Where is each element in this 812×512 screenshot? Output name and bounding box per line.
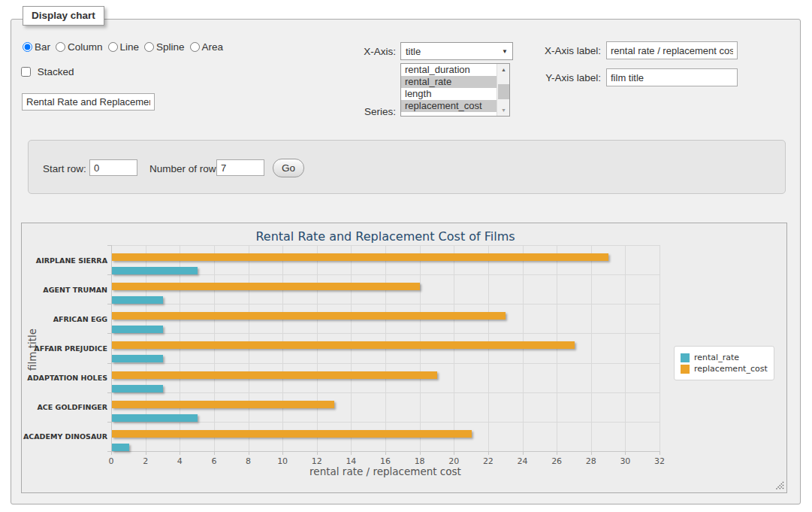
x-tick-label: 30 bbox=[614, 456, 636, 466]
chevron-down-icon: ▼ bbox=[502, 48, 508, 55]
x-tick-label: 26 bbox=[545, 456, 568, 466]
x-tick-label: 24 bbox=[512, 456, 534, 466]
x-tick-label: 32 bbox=[648, 456, 671, 466]
y-gridline bbox=[111, 274, 660, 275]
scrollbar-thumb[interactable] bbox=[498, 84, 509, 99]
y-gridline bbox=[111, 333, 660, 334]
x-tick-label: 6 bbox=[203, 456, 225, 466]
y-category-label: AFRICAN EGG bbox=[22, 315, 107, 323]
x-axis-select-label: X-Axis: bbox=[323, 46, 396, 57]
chart-legend: rental_ratereplacement_cost bbox=[674, 346, 774, 380]
x-axis-select[interactable]: title ▼ bbox=[400, 42, 513, 60]
chart-type-option-column: Column bbox=[56, 41, 103, 53]
y-category-label: ACADEMY DINOSAUR bbox=[22, 432, 107, 441]
x-tick-label: 22 bbox=[477, 456, 500, 466]
scroll-up-icon[interactable]: ▲ bbox=[497, 64, 510, 75]
page: Display chart BarColumnLineSplineArea St… bbox=[0, 0, 812, 512]
stacked-checkbox[interactable] bbox=[21, 67, 31, 77]
y-gridline bbox=[111, 422, 660, 423]
legend-swatch-icon bbox=[681, 353, 690, 362]
number-of-rows-label: Number of rows: bbox=[149, 163, 225, 174]
x-axis-label-input[interactable] bbox=[606, 41, 738, 59]
chart-type-label: Column bbox=[68, 41, 103, 53]
row-range-panel bbox=[28, 140, 786, 194]
series-option-rental_rate[interactable]: rental_rate bbox=[401, 76, 497, 88]
series-options: rental_durationrental_ratelengthreplacem… bbox=[401, 64, 497, 116]
y-gridline bbox=[111, 392, 660, 393]
x-axis-line bbox=[111, 451, 660, 452]
chart-type-option-bar: Bar bbox=[23, 41, 50, 53]
x-axis-selected-value: title bbox=[406, 46, 421, 57]
chart-type-radio-area[interactable] bbox=[190, 42, 200, 52]
bar-replacement_cost bbox=[112, 283, 420, 290]
series-option-replacement_cost[interactable]: replacement_cost bbox=[401, 100, 497, 112]
x-tick-label: 4 bbox=[168, 456, 191, 466]
chart-type-radio-spline[interactable] bbox=[144, 42, 154, 52]
y-gridline bbox=[111, 245, 660, 246]
chart-type-option-spline: Spline bbox=[144, 41, 185, 53]
bar-rental_rate bbox=[112, 385, 163, 392]
bar-rental_rate bbox=[112, 414, 198, 422]
bar-rental_rate bbox=[112, 444, 129, 451]
x-tick-label: 28 bbox=[580, 456, 602, 466]
y-category-label: ACE GOLDFINGER bbox=[22, 403, 107, 411]
x-axis-title: rental rate / replacement cost bbox=[111, 465, 660, 477]
bar-rental_rate bbox=[112, 267, 198, 274]
series-listbox[interactable]: rental_durationrental_ratelengthreplacem… bbox=[400, 63, 510, 117]
chart-type-radio-column[interactable] bbox=[56, 42, 65, 52]
bar-replacement_cost bbox=[112, 430, 472, 438]
fieldset-legend: Display chart bbox=[23, 6, 104, 26]
y-category-label: AFFAIR PREJUDICE bbox=[22, 344, 107, 353]
series-option-length[interactable]: length bbox=[401, 88, 497, 100]
chart-type-option-line: Line bbox=[108, 41, 140, 53]
bar-replacement_cost bbox=[112, 341, 575, 349]
bar-rental_rate bbox=[112, 355, 163, 362]
chart-type-label: Area bbox=[202, 41, 224, 53]
chart-type-label: Bar bbox=[35, 41, 50, 53]
y-category-label: ADAPTATION HOLES bbox=[22, 374, 107, 382]
x-tick-label: 10 bbox=[271, 456, 294, 466]
y-category-label: AGENT TRUMAN bbox=[22, 286, 107, 294]
resize-grip-icon[interactable] bbox=[775, 481, 784, 490]
bar-replacement_cost bbox=[112, 312, 506, 320]
bar-rental_rate bbox=[112, 326, 163, 333]
x-tick-label: 12 bbox=[306, 456, 328, 466]
chart-title: Rental Rate and Replacement Cost of Film… bbox=[111, 229, 660, 244]
chart-title-input[interactable] bbox=[22, 93, 155, 111]
legend-item-replacement_cost[interactable]: replacement_cost bbox=[681, 364, 768, 374]
start-row-input[interactable] bbox=[89, 159, 137, 176]
start-row-label: Start row: bbox=[43, 163, 86, 174]
legend-label: rental_rate bbox=[694, 353, 739, 362]
legend-swatch-icon bbox=[681, 365, 690, 374]
legend-item-rental_rate[interactable]: rental_rate bbox=[681, 353, 768, 362]
stacked-option: Stacked bbox=[21, 66, 74, 77]
y-category-label: AIRPLANE SIERRA bbox=[22, 256, 107, 265]
series-option-rental_duration[interactable]: rental_duration bbox=[401, 64, 497, 76]
chart-type-radio-line[interactable] bbox=[108, 42, 118, 52]
go-button[interactable]: Go bbox=[273, 159, 304, 177]
number-of-rows-input[interactable] bbox=[216, 159, 264, 176]
chart-area: Rental Rate and Replacement Cost of Film… bbox=[21, 223, 787, 493]
x-tick-label: 18 bbox=[409, 456, 431, 466]
x-gridline bbox=[625, 245, 626, 451]
x-tick-label: 0 bbox=[100, 456, 122, 466]
y-axis-label-caption: Y-Axis label: bbox=[518, 72, 601, 83]
x-tick bbox=[660, 451, 660, 455]
scroll-down-icon[interactable]: ▼ bbox=[497, 105, 510, 116]
bar-replacement_cost bbox=[112, 401, 334, 408]
y-gridline bbox=[111, 363, 660, 364]
series-select-label: Series: bbox=[323, 106, 396, 117]
bar-replacement_cost bbox=[112, 371, 437, 379]
listbox-scrollbar[interactable]: ▲ ▼ bbox=[497, 64, 509, 116]
chart-type-option-area: Area bbox=[190, 41, 224, 53]
bar-replacement_cost bbox=[112, 253, 608, 261]
y-gridline bbox=[111, 304, 660, 304]
x-gridline bbox=[591, 245, 592, 451]
x-tick-label: 14 bbox=[340, 456, 362, 466]
x-tick-label: 16 bbox=[374, 456, 397, 466]
chart-type-radio-bar[interactable] bbox=[23, 42, 32, 52]
y-axis-label-input[interactable] bbox=[606, 68, 738, 86]
x-axis-label-caption: X-Axis label: bbox=[518, 45, 601, 56]
x-tick-label: 2 bbox=[134, 456, 157, 466]
x-gridline bbox=[660, 245, 660, 451]
